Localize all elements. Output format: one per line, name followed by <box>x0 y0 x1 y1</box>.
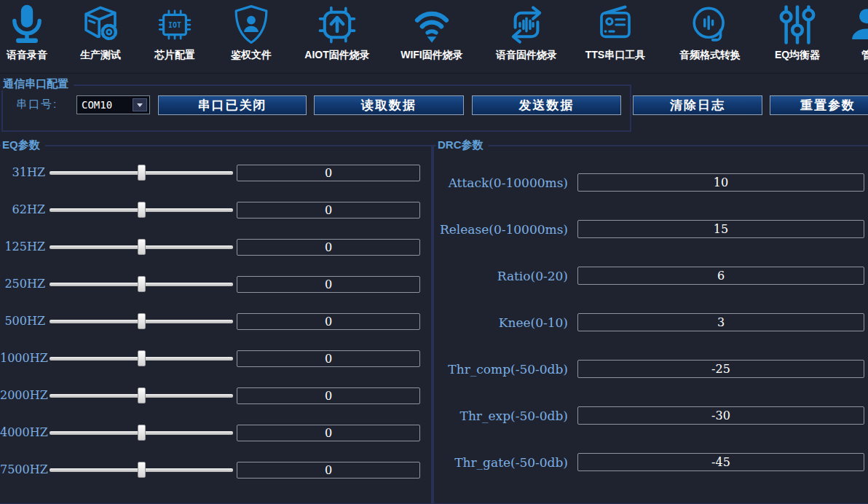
toolbar-item-auth-file[interactable]: 鉴权文件 <box>208 4 295 62</box>
slider-thumb[interactable] <box>138 276 146 292</box>
drc-param-value-input[interactable] <box>577 220 864 238</box>
eq-band-label: 31HZ <box>0 165 45 179</box>
microphone-icon <box>6 4 48 46</box>
eq-band-label: 4000HZ <box>0 425 45 439</box>
eq-band-value-input[interactable] <box>237 165 420 181</box>
slider-thumb[interactable] <box>138 425 146 441</box>
shield-user-icon <box>230 4 272 46</box>
equalizer-icon <box>776 4 818 46</box>
toolbar-item-label: 语音固件烧录 <box>496 49 557 62</box>
chip-iot-icon <box>154 4 196 46</box>
drc-param-value-input[interactable] <box>577 406 864 425</box>
slider-thumb[interactable] <box>138 462 146 478</box>
eq-band-slider[interactable] <box>50 275 233 293</box>
eq-band-slider[interactable] <box>50 201 233 218</box>
eq-band-value-input[interactable] <box>237 239 420 256</box>
eq-band-label: 2000HZ <box>0 388 45 402</box>
toolbar: 语音录音 生产测试 芯片配置 鉴权文件 AIOT固件烧录 WIFI固件烧录 语音… <box>0 0 868 74</box>
wifi-icon <box>411 4 453 46</box>
toolbar-item-tts-serial-tool[interactable]: TTS串口工具 <box>572 4 659 62</box>
toolbar-item-voice-firmware-burn[interactable]: 语音固件烧录 <box>483 4 570 62</box>
drc-param-label: Ratio(0-20) <box>435 269 568 283</box>
drc-param-label: Thr_gate(-50-0db) <box>435 455 568 470</box>
drc-param-value-input[interactable] <box>577 173 864 192</box>
clear-log-button[interactable]: 清除日志 <box>633 95 762 115</box>
chip-upload-icon <box>316 4 358 46</box>
eq-band-value-input[interactable] <box>237 202 420 218</box>
toolbar-item-label: TTS串口工具 <box>585 49 645 62</box>
drc-param-value-input[interactable] <box>577 453 864 471</box>
eq-band-label: 1000HZ <box>0 351 45 365</box>
drc-param-value-input[interactable] <box>577 313 864 331</box>
eq-band-value-input[interactable] <box>237 425 420 441</box>
slider-thumb[interactable] <box>138 387 146 403</box>
serial-port-label: 串口号: <box>16 98 58 111</box>
serial-config-group-title: 通信串口配置 <box>1 77 74 90</box>
toolbar-item-manage[interactable]: 管 <box>823 4 868 62</box>
drc-param-value-input[interactable] <box>577 267 864 285</box>
toolbar-item-label: 管 <box>861 49 868 62</box>
eq-band-slider[interactable] <box>50 424 233 441</box>
eq-band-value-input[interactable] <box>237 462 420 479</box>
slider-thumb[interactable] <box>138 165 146 181</box>
eq-band-value-input[interactable] <box>237 313 420 330</box>
toolbar-item-audio-format-convert[interactable]: 音频格式转换 <box>666 4 754 62</box>
slider-thumb[interactable] <box>138 202 146 218</box>
eq-band-slider[interactable] <box>50 238 233 256</box>
slider-thumb[interactable] <box>138 313 146 329</box>
send-data-button[interactable]: 发送数据 <box>472 95 621 115</box>
eq-group-title: EQ参数 <box>1 138 45 151</box>
eq-band-slider[interactable] <box>50 164 233 181</box>
eq-band-value-input[interactable] <box>237 350 420 367</box>
eq-band-label: 62HZ <box>0 202 45 216</box>
reset-params-button[interactable]: 重置参数 <box>770 95 868 115</box>
toolbar-item-label: WIFI固件烧录 <box>401 49 463 62</box>
serial-port-select[interactable]: COM10 <box>76 95 150 114</box>
audio-convert-icon <box>689 4 731 46</box>
voice-sync-icon <box>505 4 548 46</box>
user-icon <box>845 4 868 46</box>
toolbar-item-label: 鉴权文件 <box>231 49 272 62</box>
eq-band-slider[interactable] <box>50 312 233 330</box>
serial-toggle-button[interactable]: 串口已关闭 <box>158 95 307 115</box>
eq-band-slider[interactable] <box>50 387 233 404</box>
read-data-button[interactable]: 读取数据 <box>314 95 464 115</box>
drc-param-label: Knee(0-10) <box>435 315 568 330</box>
production-test-icon <box>79 4 122 46</box>
toolbar-item-wifi-firmware-burn[interactable]: WIFI固件烧录 <box>388 4 476 62</box>
toolbar-item-label: 语音录音 <box>7 49 47 62</box>
slider-thumb[interactable] <box>138 350 146 366</box>
toolbar-item-label: 音频格式转换 <box>679 49 741 62</box>
drc-param-label: Thr_comp(-50-0db) <box>435 362 568 377</box>
drc-param-value-input[interactable] <box>577 360 864 378</box>
eq-band-slider[interactable] <box>50 461 233 479</box>
drc-param-label: Attack(0-10000ms) <box>435 176 568 190</box>
combo-dropdown-arrow-icon[interactable] <box>133 98 147 111</box>
drc-param-label: Thr_exp(-50-0db) <box>435 409 568 423</box>
toolbar-item-aiot-firmware-burn[interactable]: AIOT固件烧录 <box>293 4 381 62</box>
toolbar-item-label: AIOT固件烧录 <box>304 49 369 62</box>
serial-port-selected-value: COM10 <box>82 99 112 111</box>
toolbar-item-label: 生产测试 <box>80 49 121 62</box>
slider-thumb[interactable] <box>138 239 146 255</box>
eq-band-value-input[interactable] <box>237 387 420 404</box>
eq-band-label: 125HZ <box>0 240 45 253</box>
eq-band-label: 7500HZ <box>0 462 45 476</box>
eq-band-value-input[interactable] <box>237 276 420 293</box>
eq-band-slider[interactable] <box>50 350 233 367</box>
eq-band-label: 500HZ <box>0 314 45 328</box>
toolbar-item-label: EQ均衡器 <box>775 49 820 62</box>
eq-band-label: 250HZ <box>0 277 45 291</box>
toolbar-item-label: 芯片配置 <box>154 49 195 62</box>
toolbar-item-chip-config[interactable]: 芯片配置 <box>131 4 218 62</box>
drc-param-label: Release(0-10000ms) <box>435 222 568 237</box>
radio-card-icon <box>594 4 636 46</box>
drc-group-title: DRC参数 <box>436 138 489 151</box>
